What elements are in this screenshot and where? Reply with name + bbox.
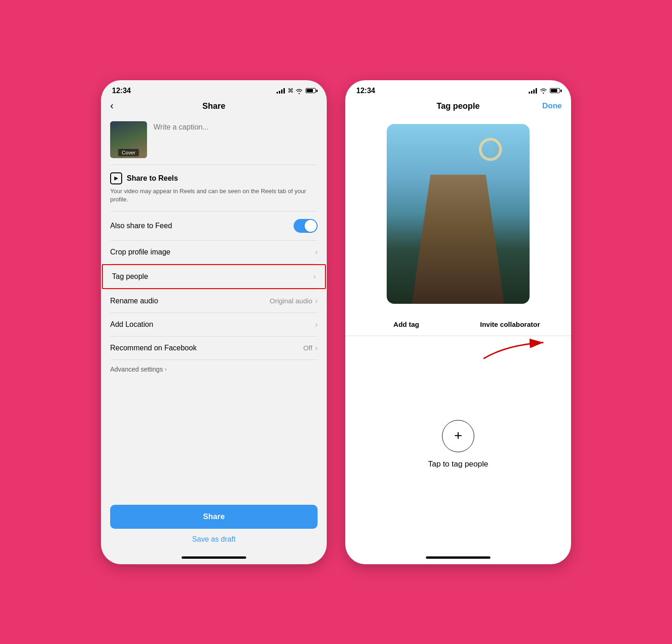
post-preview: Cover: [101, 115, 327, 165]
tag-people-label: Tag people: [112, 272, 148, 281]
done-button[interactable]: Done: [542, 101, 562, 111]
chevron-icon-audio: ›: [315, 297, 318, 305]
battery-icon-right: [550, 88, 560, 93]
save-draft-button[interactable]: Save as draft: [110, 531, 318, 548]
share-button[interactable]: Share: [110, 505, 318, 529]
toggle-knob: [305, 220, 317, 232]
post-thumbnail: Cover: [110, 121, 147, 158]
facebook-right: Off ›: [303, 344, 318, 352]
status-icons-left: ⌘: [277, 87, 316, 94]
tag-options-bar: Add tag Invite collaborator: [345, 313, 571, 336]
crop-label: Crop profile image: [110, 248, 171, 256]
add-tag-option[interactable]: Add tag: [354, 320, 458, 328]
status-bar-left: 12:34 ⌘: [101, 80, 327, 98]
tag-people-title: Tag people: [436, 101, 480, 111]
menu-item-tag-people[interactable]: Tag people ›: [102, 264, 326, 289]
invite-collaborator-label: Invite collaborator: [480, 320, 540, 328]
reels-icon: ▶: [110, 172, 122, 184]
menu-item-feed[interactable]: Also share to Feed: [101, 212, 327, 240]
cover-label: Cover: [118, 149, 139, 156]
chevron-icon-facebook: ›: [315, 344, 318, 352]
wifi-icon: ⌘: [288, 87, 303, 94]
chevron-icon-location: ›: [315, 320, 318, 329]
reels-title-row: ▶ Share to Reels: [110, 172, 318, 184]
feed-toggle[interactable]: [294, 219, 318, 233]
facebook-label: Recommend on Facebook: [110, 344, 197, 352]
menu-item-facebook[interactable]: Recommend on Facebook Off ›: [101, 337, 327, 360]
back-button[interactable]: ‹: [110, 100, 113, 112]
time-right: 12:34: [356, 87, 375, 95]
add-tag-label: Add tag: [394, 320, 419, 328]
invite-collaborator-option[interactable]: Invite collaborator: [458, 320, 562, 328]
menu-item-crop[interactable]: Crop profile image ›: [101, 241, 327, 264]
tag-image[interactable]: [387, 124, 530, 304]
signal-icon-right: [529, 88, 537, 94]
home-indicator-right: [426, 556, 490, 559]
feed-label: Also share to Feed: [110, 222, 172, 230]
chevron-icon-crop: ›: [315, 248, 318, 256]
status-icons-right: [529, 87, 560, 95]
status-bar-right: 12:34: [345, 80, 571, 98]
menu-item-location[interactable]: Add Location ›: [101, 313, 327, 336]
caption-input[interactable]: [153, 121, 318, 131]
nav-bar-left: ‹ Share: [101, 98, 327, 115]
facebook-value: Off: [303, 344, 312, 352]
signal-icon: [277, 88, 285, 94]
home-indicator-left: [182, 556, 246, 559]
advanced-settings[interactable]: Advanced settings ›: [101, 360, 327, 378]
share-title: Share: [202, 101, 225, 111]
audio-label: Rename audio: [110, 297, 158, 305]
chevron-icon-advanced: ›: [165, 366, 166, 372]
tap-to-tag-label: Tap to tag people: [428, 460, 488, 469]
building-decoration: [412, 175, 504, 304]
right-phone: 12:34 Tag people Done: [345, 80, 571, 564]
plus-icon: +: [454, 429, 462, 443]
add-tag-circle-button[interactable]: +: [442, 420, 474, 452]
time-left: 12:34: [112, 87, 131, 95]
nav-bar-right: Tag people Done: [345, 98, 571, 115]
moon-decoration: [479, 138, 502, 161]
left-phone: 12:34 ⌘ ‹ Share Cover: [101, 80, 327, 564]
tag-content: + Tap to tag people: [345, 336, 571, 553]
tag-image-container: [345, 115, 571, 313]
audio-right: Original audio ›: [270, 297, 318, 305]
location-label: Add Location: [110, 320, 153, 329]
advanced-settings-label: Advanced settings: [110, 366, 163, 373]
audio-value: Original audio: [270, 297, 312, 305]
share-to-reels-section: ▶ Share to Reels Your video may appear i…: [101, 165, 327, 211]
chevron-icon-tag: ›: [313, 272, 316, 281]
reels-description: Your video may appear in Reels and can b…: [110, 187, 318, 204]
reels-title: Share to Reels: [127, 174, 178, 183]
battery-icon: [306, 88, 316, 93]
wifi-icon-right: [540, 87, 547, 95]
bottom-buttons: Share Save as draft: [101, 497, 327, 553]
menu-item-audio[interactable]: Rename audio Original audio ›: [101, 290, 327, 313]
